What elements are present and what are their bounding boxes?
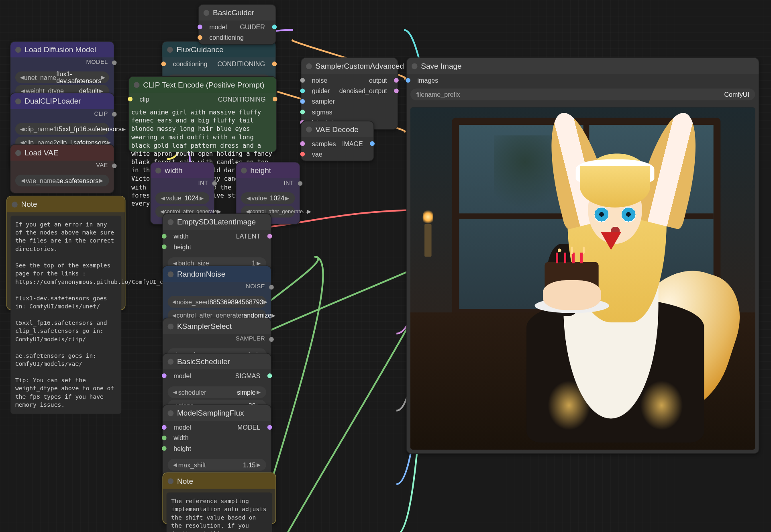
widget-clip-name1[interactable]: ◀clip_name1t5xxl_fp16.safetensors▶ <box>15 123 109 135</box>
input-samples[interactable]: samples <box>307 139 336 149</box>
output-tag-sampler: SAMPLER <box>163 334 271 344</box>
output-model[interactable]: MODEL <box>237 422 265 432</box>
input-model[interactable]: model <box>169 371 191 381</box>
output-tag-int: INT <box>151 178 214 188</box>
widget-max-shift[interactable]: ◀max_shift1.15▶ <box>168 459 266 471</box>
output-sigmas[interactable]: SIGMAS <box>235 371 265 381</box>
input-conditioning[interactable]: conditioning <box>168 59 207 69</box>
output-tag-noise: NOISE <box>163 282 271 292</box>
widget-scheduler[interactable]: ◀schedulersimple▶ <box>168 386 266 398</box>
node-sampler-custom-advanced[interactable]: SamplerCustomAdvanced noise output guide… <box>301 57 398 130</box>
output-output[interactable]: output <box>369 75 392 86</box>
widget-value[interactable]: ◀value1024▶ <box>241 192 295 204</box>
input-images[interactable]: images <box>413 75 753 86</box>
arrow-left-icon[interactable]: ◀ <box>20 74 24 80</box>
output-tag-int: INT <box>236 178 300 188</box>
node-note[interactable]: Note If you get an error in any of the n… <box>6 196 125 310</box>
output-tag-vae: VAE <box>10 161 114 171</box>
node-title[interactable]: SamplerCustomAdvanced <box>301 58 397 74</box>
node-note[interactable]: Note The reference sampling implementati… <box>162 473 276 524</box>
input-vae[interactable]: vae <box>307 149 367 159</box>
node-title[interactable]: height <box>236 162 300 178</box>
node-save-image[interactable]: Save Image images filename_prefix ComfyU… <box>406 57 759 454</box>
output-conditioning[interactable]: CONDITIONING <box>217 59 269 69</box>
input-clip[interactable]: clip <box>135 94 149 104</box>
input-sampler[interactable]: sampler <box>307 96 392 106</box>
input-conditioning[interactable]: conditioning <box>205 32 270 43</box>
output-image-preview[interactable] <box>410 107 755 450</box>
input-width[interactable]: width <box>169 231 188 241</box>
node-title[interactable]: Note <box>163 473 275 489</box>
input-model[interactable]: model <box>205 22 227 32</box>
node-title[interactable]: CLIP Text Encode (Positive Prompt) <box>129 77 276 92</box>
node-title[interactable]: RandomNoise <box>163 266 271 282</box>
input-noise[interactable]: noise <box>307 75 327 86</box>
widget-filename-prefix[interactable]: filename_prefix ComfyUI <box>410 88 755 100</box>
input-height[interactable]: height <box>169 443 265 454</box>
node-title[interactable]: Note <box>7 196 125 212</box>
output-tag-model: MODEL <box>10 57 114 67</box>
node-title[interactable]: ModelSamplingFlux <box>163 405 271 421</box>
node-title[interactable]: width <box>151 162 214 178</box>
output-guider[interactable]: GUIDER <box>240 22 269 32</box>
input-height[interactable]: height <box>169 242 265 252</box>
node-vae-decode[interactable]: VAE Decode samples IMAGE vae <box>301 121 374 161</box>
widget-unet-name[interactable]: ◀ unet_name flux1-dev.safetensors ▶ <box>15 71 109 83</box>
input-width[interactable]: width <box>169 432 265 443</box>
node-title[interactable]: VAE Decode <box>301 121 373 137</box>
widget-noise-seed[interactable]: ◀noise_seed885369894568793▶ <box>168 296 266 308</box>
output-conditioning[interactable]: CONDITIONING <box>218 94 270 104</box>
output-denoised-output[interactable]: denoised_output <box>339 86 392 96</box>
node-clip-text-encode[interactable]: CLIP Text Encode (Positive Prompt) clip … <box>128 76 277 153</box>
node-title[interactable]: Load Diffusion Model <box>10 42 114 57</box>
widget-value[interactable]: ◀value1024▶ <box>155 192 209 204</box>
node-load-vae[interactable]: Load VAE VAE ◀vae_nameae.safetensors▶ <box>10 144 114 194</box>
note-text[interactable]: If you get an error in any of the nodes … <box>10 216 121 414</box>
node-basic-guider[interactable]: BasicGuider model GUIDER conditioning <box>198 4 276 45</box>
input-sigmas[interactable]: sigmas <box>307 107 392 117</box>
output-tag-clip: CLIP <box>10 109 114 119</box>
node-title[interactable]: Save Image <box>407 58 759 74</box>
output-image[interactable]: IMAGE <box>342 139 367 149</box>
node-title[interactable]: KSamplerSelect <box>163 318 271 334</box>
node-title[interactable]: DualCLIPLoader <box>10 93 114 109</box>
note-text[interactable]: The reference sampling implementation au… <box>167 492 272 532</box>
node-title[interactable]: BasicScheduler <box>163 353 271 369</box>
node-title[interactable]: Load VAE <box>10 145 114 161</box>
arrow-right-icon[interactable]: ▶ <box>101 74 105 80</box>
input-model[interactable]: model <box>169 422 191 432</box>
input-guider[interactable]: guider <box>307 86 330 96</box>
output-latent[interactable]: LATENT <box>236 231 265 241</box>
node-title[interactable]: BasicGuider <box>199 5 275 20</box>
widget-vae-name[interactable]: ◀vae_nameae.safetensors▶ <box>15 175 109 186</box>
node-title[interactable]: EmptySD3LatentImage <box>163 214 271 230</box>
